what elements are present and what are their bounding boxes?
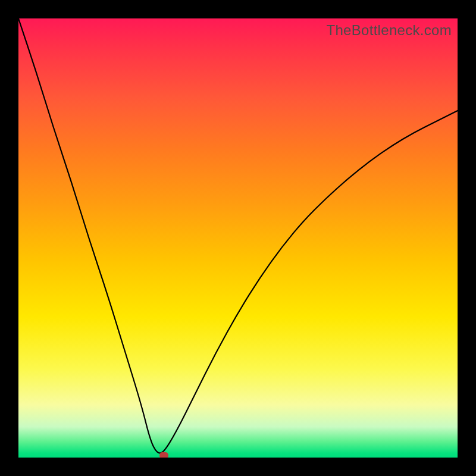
chart-plot-area: TheBottleneck.com [18,18,458,458]
optimal-marker [159,452,168,458]
chart-frame: TheBottleneck.com [0,0,476,476]
bottleneck-curve [18,18,458,453]
chart-svg [18,18,458,458]
